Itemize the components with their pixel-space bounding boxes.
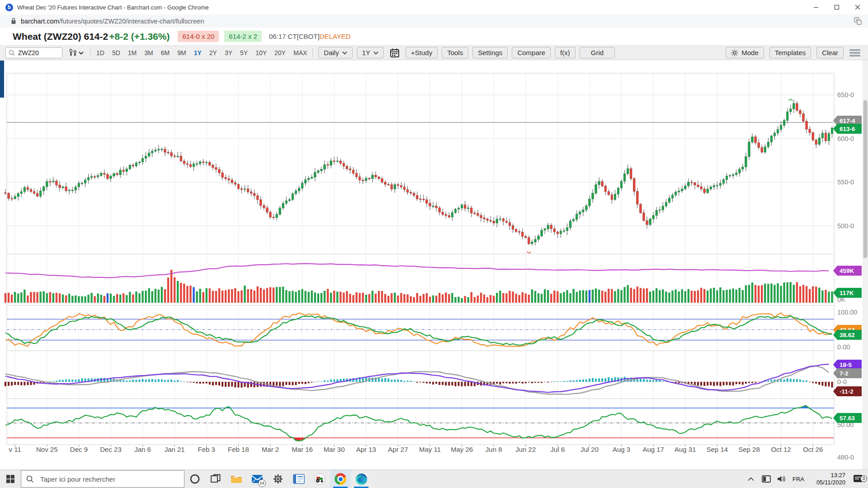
timeframe-1d[interactable]: 1D bbox=[96, 49, 104, 56]
compare-button[interactable]: Compare bbox=[512, 47, 551, 58]
url-text[interactable]: barchart.com/futures/quotes/ZWZ20/intera… bbox=[21, 18, 204, 25]
barchart-favicon-icon: b bbox=[5, 4, 13, 11]
tractor-app-button[interactable] bbox=[309, 470, 330, 488]
svg-text:Aug 3: Aug 3 bbox=[613, 446, 630, 453]
file-explorer-button[interactable] bbox=[226, 470, 247, 488]
svg-text:117K: 117K bbox=[840, 290, 854, 296]
chevron-down-icon bbox=[342, 51, 347, 55]
timeframe-20y[interactable]: 20Y bbox=[274, 49, 286, 56]
svg-text:Nov 25: Nov 25 bbox=[36, 446, 58, 453]
browser-action-icon[interactable] bbox=[854, 17, 862, 25]
timeframe-max[interactable]: MAX bbox=[293, 49, 307, 56]
interactive-chart[interactable]: v 11Nov 25Dec 9Dec 23Jan 6Jan 21Feb 3Feb… bbox=[0, 60, 868, 470]
timeframe-1m[interactable]: 1M bbox=[128, 49, 137, 56]
close-button[interactable] bbox=[847, 0, 868, 14]
svg-text:Dec 9: Dec 9 bbox=[70, 446, 88, 453]
svg-text:Aug 31: Aug 31 bbox=[675, 446, 696, 453]
timeframe-6m[interactable]: 6M bbox=[161, 49, 170, 56]
svg-text:550-0: 550-0 bbox=[837, 178, 854, 186]
timeframe-3y[interactable]: 3Y bbox=[225, 49, 232, 56]
quote-header: Wheat (ZWZ20) 614-2 +8-2 (+1.36%) 614-0 … bbox=[0, 28, 868, 45]
svg-text:Oct 26: Oct 26 bbox=[803, 446, 823, 453]
svg-text:Dec 23: Dec 23 bbox=[100, 446, 122, 453]
app-card-icon bbox=[293, 474, 305, 484]
taskbar-search-input[interactable]: Taper ici pour rechercher bbox=[21, 470, 184, 488]
timeframe-1y[interactable]: 1Y bbox=[194, 49, 202, 56]
svg-text:38.62: 38.62 bbox=[840, 332, 855, 338]
clock-date: 05/11/2020 bbox=[807, 479, 845, 486]
price-change: +8-2 (+1.36%) bbox=[109, 31, 170, 42]
clock[interactable]: 13:27 05/11/2020 bbox=[807, 472, 845, 486]
mode-button[interactable]: Mode bbox=[726, 47, 764, 58]
search-icon bbox=[8, 49, 17, 56]
svg-text:Feb 3: Feb 3 bbox=[198, 446, 215, 453]
task-view-icon bbox=[210, 474, 221, 484]
svg-text:Aug 17: Aug 17 bbox=[642, 446, 664, 453]
desktop-screen: b Wheat Dec '20 Futures Interactive Char… bbox=[0, 0, 868, 488]
menu-hamburger-icon[interactable] bbox=[849, 48, 861, 57]
svg-text:Apr 13: Apr 13 bbox=[356, 446, 376, 453]
tablet-mode-button[interactable] bbox=[759, 475, 774, 483]
tray-expand-button[interactable] bbox=[743, 477, 759, 481]
symbol-title: Wheat (ZWZ20) 614-2 bbox=[13, 31, 108, 42]
svg-text:Jul 6: Jul 6 bbox=[551, 446, 565, 453]
settings-button[interactable]: Settings bbox=[472, 47, 508, 58]
templates-button[interactable]: Templates bbox=[769, 47, 811, 58]
edge-button[interactable] bbox=[351, 470, 372, 488]
app-card-button[interactable] bbox=[288, 470, 309, 488]
svg-text:Mar 2: Mar 2 bbox=[262, 446, 279, 453]
svg-text:Sep 14: Sep 14 bbox=[707, 446, 728, 453]
compare-pins-icon[interactable] bbox=[67, 48, 85, 58]
chart-toolbar: 1D5D1M3M6M9M1Y2Y3Y5Y10Y20YMAX Daily 1Y +… bbox=[0, 45, 868, 60]
timeframe-5y[interactable]: 5Y bbox=[240, 49, 248, 56]
svg-text:Jun 22: Jun 22 bbox=[515, 446, 536, 453]
language-indicator[interactable]: FRA bbox=[789, 476, 807, 483]
period-select[interactable]: Daily bbox=[318, 47, 352, 58]
timeframe-2y[interactable]: 2Y bbox=[209, 49, 217, 56]
timeframe-10y[interactable]: 10Y bbox=[255, 49, 267, 56]
notification-center-button[interactable]: 3 bbox=[848, 474, 868, 483]
ask-badge: 614-2 x 2 bbox=[224, 31, 262, 42]
fx-button[interactable]: f(x) bbox=[555, 47, 576, 58]
timeframe-3m[interactable]: 3M bbox=[144, 49, 153, 56]
side-panel-tab[interactable] bbox=[0, 61, 4, 98]
window-title: Wheat Dec '20 Futures Interactive Chart … bbox=[17, 4, 209, 11]
tools-button[interactable]: Tools bbox=[442, 47, 468, 58]
range-select[interactable]: 1Y bbox=[357, 47, 384, 58]
chevron-down-icon bbox=[373, 51, 378, 55]
maximize-button[interactable] bbox=[826, 0, 847, 14]
delayed-flag: DELAYED bbox=[320, 33, 351, 40]
mail-button[interactable]: 14 bbox=[247, 470, 268, 488]
minimize-button[interactable] bbox=[806, 0, 826, 14]
url-path: /futures/quotes/ZWZ20/interactive-chart/… bbox=[59, 18, 204, 25]
svg-text:Jun 8: Jun 8 bbox=[486, 446, 502, 453]
study-button[interactable]: +Study bbox=[406, 47, 438, 58]
search-icon bbox=[26, 475, 36, 483]
volume-button[interactable] bbox=[774, 475, 789, 483]
svg-text:459K: 459K bbox=[840, 267, 854, 274]
svg-text:600-0: 600-0 bbox=[837, 135, 854, 142]
mail-unread-badge: 14 bbox=[258, 479, 266, 487]
browser-urlbar[interactable]: barchart.com/futures/quotes/ZWZ20/intera… bbox=[0, 14, 868, 28]
svg-text:-11-2: -11-2 bbox=[840, 388, 854, 395]
calendar-icon[interactable] bbox=[390, 48, 400, 58]
symbol-input[interactable] bbox=[17, 49, 60, 57]
timeframe-5d[interactable]: 5D bbox=[112, 49, 120, 56]
svg-text:57.63: 57.63 bbox=[840, 415, 855, 422]
timeframe-9m[interactable]: 9M bbox=[177, 49, 186, 56]
chrome-button[interactable] bbox=[330, 470, 351, 488]
sun-icon bbox=[731, 49, 738, 56]
display-icon bbox=[762, 475, 771, 483]
toolbar-divider bbox=[312, 48, 313, 58]
toolbar-divider bbox=[90, 48, 91, 58]
svg-text:Mar 30: Mar 30 bbox=[324, 446, 345, 453]
task-view-button[interactable] bbox=[205, 470, 226, 488]
clear-button[interactable]: Clear bbox=[816, 47, 844, 58]
start-button[interactable] bbox=[0, 470, 21, 488]
svg-text:Feb 18: Feb 18 bbox=[228, 446, 249, 453]
symbol-search-box[interactable] bbox=[5, 47, 62, 58]
grid-button[interactable]: Grid bbox=[580, 47, 615, 58]
settings-button[interactable] bbox=[268, 470, 288, 488]
svg-text:613-6: 613-6 bbox=[840, 126, 855, 132]
cortana-button[interactable] bbox=[184, 470, 205, 488]
